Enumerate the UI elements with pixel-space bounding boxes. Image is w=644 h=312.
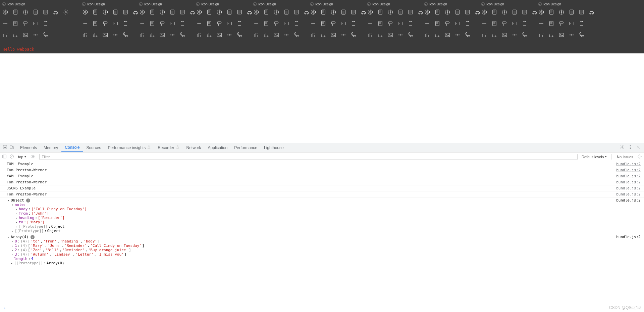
tab-network[interactable]: Network xyxy=(183,143,205,152)
phone-icon[interactable] xyxy=(464,32,471,38)
document-lines-icon[interactable] xyxy=(112,9,119,15)
id-card-icon[interactable] xyxy=(511,20,518,27)
phone-icon[interactable] xyxy=(578,32,585,38)
dots-icon[interactable] xyxy=(32,32,39,38)
doc-lines-icon[interactable] xyxy=(377,20,384,27)
bar-chart-icon[interactable] xyxy=(320,32,327,38)
devtools-close-icon[interactable] xyxy=(636,145,641,150)
doc-lines-icon[interactable] xyxy=(92,20,99,27)
wheel-alt-icon[interactable] xyxy=(387,9,394,15)
bar-chart-icon[interactable] xyxy=(92,32,99,38)
dots-icon[interactable] xyxy=(283,32,290,38)
note-icon[interactable] xyxy=(236,9,243,15)
wheel-icon[interactable] xyxy=(367,9,374,15)
phone-icon[interactable] xyxy=(293,32,300,38)
list-icon[interactable] xyxy=(82,20,89,27)
list-icon[interactable] xyxy=(310,20,317,27)
context-select[interactable]: top▼ xyxy=(17,154,28,159)
document-icon[interactable] xyxy=(206,9,213,15)
wheel-icon[interactable] xyxy=(481,9,488,15)
source-link[interactable]: bundle.js:2 xyxy=(616,192,641,196)
phone-icon[interactable] xyxy=(42,32,49,38)
list-icon[interactable] xyxy=(196,20,203,27)
note-icon[interactable] xyxy=(122,9,129,15)
chart-arrow-icon[interactable] xyxy=(196,32,203,38)
doc-lines-icon[interactable] xyxy=(149,20,156,27)
phone-icon[interactable] xyxy=(407,32,414,38)
wheel-alt-icon[interactable] xyxy=(273,9,280,15)
expand-arrow-icon[interactable] xyxy=(7,235,10,239)
expand-arrow-icon[interactable] xyxy=(11,244,14,248)
eye-icon[interactable] xyxy=(31,154,35,160)
bar-chart-icon[interactable] xyxy=(12,32,19,38)
image-icon[interactable] xyxy=(273,32,280,38)
doc-lines-icon[interactable] xyxy=(12,20,19,27)
chart-arrow-icon[interactable] xyxy=(139,32,146,38)
bar-chart-icon[interactable] xyxy=(263,32,270,38)
document-lines-icon[interactable] xyxy=(32,9,39,15)
sidebar-toggle-icon[interactable] xyxy=(2,154,7,160)
clipboard-icon[interactable] xyxy=(521,20,528,27)
document-icon[interactable] xyxy=(491,9,498,15)
devtools-more-icon[interactable] xyxy=(628,145,633,150)
id-card-icon[interactable] xyxy=(568,20,575,27)
note-icon[interactable] xyxy=(521,9,528,15)
list-icon[interactable] xyxy=(481,20,488,27)
dots-icon[interactable] xyxy=(454,32,461,38)
dots-icon[interactable] xyxy=(568,32,575,38)
expand-arrow-icon[interactable] xyxy=(7,199,10,202)
image-icon[interactable] xyxy=(330,32,337,38)
document-icon[interactable] xyxy=(92,9,99,15)
expand-arrow-icon[interactable] xyxy=(15,212,18,215)
id-card-icon[interactable] xyxy=(32,20,39,27)
document-icon[interactable] xyxy=(377,9,384,15)
doc-lines-icon[interactable] xyxy=(320,20,327,27)
source-link[interactable]: bundle.js:2 xyxy=(616,168,641,172)
dots-icon[interactable] xyxy=(169,32,176,38)
expand-arrow-icon[interactable] xyxy=(11,203,14,207)
bar-chart-icon[interactable] xyxy=(149,32,156,38)
note-icon[interactable] xyxy=(293,9,300,15)
clipboard-icon[interactable] xyxy=(179,20,186,27)
dots-icon[interactable] xyxy=(511,32,518,38)
tab-console[interactable]: Console xyxy=(61,143,83,152)
doc-lines-icon[interactable] xyxy=(548,20,555,27)
wheel-alt-icon[interactable] xyxy=(216,9,223,15)
clipboard-icon[interactable] xyxy=(578,20,585,27)
phone-icon[interactable] xyxy=(350,32,357,38)
expand-arrow-icon[interactable] xyxy=(15,216,18,220)
note-icon[interactable] xyxy=(578,9,585,15)
image-icon[interactable] xyxy=(22,32,29,38)
image-icon[interactable] xyxy=(102,32,109,38)
wheel-icon[interactable] xyxy=(82,9,89,15)
expand-arrow-icon[interactable] xyxy=(11,249,14,252)
clipboard-icon[interactable] xyxy=(42,20,49,27)
tab-recorder[interactable]: Recorder xyxy=(154,143,183,152)
document-lines-icon[interactable] xyxy=(454,9,461,15)
tab-memory[interactable]: Memory xyxy=(40,143,61,152)
device-toolbar-icon[interactable] xyxy=(9,145,14,150)
wheel-icon[interactable] xyxy=(310,9,317,15)
image-icon[interactable] xyxy=(159,32,166,38)
wheel-icon[interactable] xyxy=(2,9,9,15)
source-link[interactable]: bundle.js:2 xyxy=(616,162,641,166)
dots-icon[interactable] xyxy=(397,32,404,38)
doc-lines-icon[interactable] xyxy=(206,20,213,27)
doc-lines-icon[interactable] xyxy=(434,20,441,27)
clipboard-icon[interactable] xyxy=(122,20,129,27)
wheel-alt-icon[interactable] xyxy=(501,9,508,15)
devtools-settings-icon[interactable] xyxy=(620,145,625,150)
document-icon[interactable] xyxy=(434,9,441,15)
wheel-icon[interactable] xyxy=(139,9,146,15)
sign-icon[interactable] xyxy=(22,20,29,27)
id-card-icon[interactable] xyxy=(283,20,290,27)
inspect-element-icon[interactable] xyxy=(3,145,7,150)
sign-icon[interactable] xyxy=(558,20,565,27)
source-link[interactable]: bundle.js:2 xyxy=(616,180,641,184)
expand-arrow-icon[interactable] xyxy=(10,262,13,265)
tab-sources[interactable]: Sources xyxy=(83,143,104,152)
chart-arrow-icon[interactable] xyxy=(424,32,431,38)
document-icon[interactable] xyxy=(320,9,327,15)
wheel-icon[interactable] xyxy=(253,9,260,15)
document-icon[interactable] xyxy=(12,9,19,15)
